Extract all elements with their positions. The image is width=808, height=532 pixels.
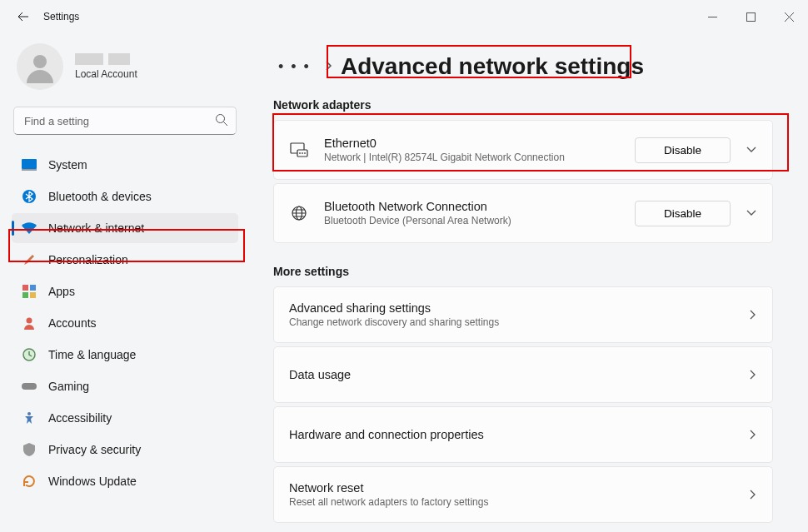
chevron-right-icon: [749, 489, 757, 500]
search-icon: [215, 113, 228, 130]
wifi-icon: [22, 221, 37, 236]
settings-row[interactable]: Data usage: [274, 347, 772, 402]
row-title: Network reset: [289, 481, 734, 495]
svg-rect-12: [22, 383, 37, 390]
row-title: Data usage: [289, 368, 734, 381]
minimize-button[interactable]: [693, 0, 731, 33]
adapter-title: Bluetooth Network Connection: [324, 200, 620, 213]
window-controls: [693, 0, 808, 33]
chevron-down-icon[interactable]: [746, 146, 757, 154]
sidebar-item-label: Windows Update: [48, 475, 137, 488]
search-box[interactable]: [13, 107, 237, 135]
adapter-title: Ethernet0: [324, 137, 620, 150]
settings-row[interactable]: Hardware and connection properties: [274, 407, 772, 462]
adapter-row[interactable]: Bluetooth Network Connection Bluetooth D…: [274, 184, 772, 242]
shield-icon: [22, 442, 37, 457]
window-title: Settings: [43, 11, 79, 22]
section-more-label: More settings: [273, 265, 773, 278]
system-icon: [22, 157, 37, 172]
ethernet-icon: [289, 142, 309, 157]
profile-block[interactable]: Local Account: [12, 33, 238, 107]
brush-icon: [22, 252, 37, 267]
row-subtitle: Change network discovery and sharing set…: [289, 316, 734, 328]
more-card-reset: Network reset Reset all network adapters…: [273, 466, 773, 523]
avatar: [17, 43, 63, 90]
bluetooth-icon: [22, 189, 37, 204]
sidebar: Local Account System Bluetooth & devices…: [0, 33, 250, 532]
breadcrumb-ellipsis[interactable]: • • •: [273, 58, 316, 76]
sidebar-nav: System Bluetooth & devices Network & int…: [12, 150, 238, 496]
settings-row[interactable]: Network reset Reset all network adapters…: [274, 467, 772, 522]
account-type: Local Account: [75, 68, 137, 80]
disable-button[interactable]: Disable: [635, 137, 731, 163]
adapter-row[interactable]: Ethernet0 Network | Intel(R) 82574L Giga…: [274, 121, 772, 179]
sidebar-item-update[interactable]: Windows Update: [12, 466, 238, 496]
close-button[interactable]: [770, 0, 808, 33]
svg-rect-6: [22, 285, 28, 291]
svg-point-13: [27, 412, 31, 415]
chevron-right-icon: [749, 429, 757, 440]
svg-point-1: [33, 55, 47, 68]
svg-rect-0: [746, 12, 755, 21]
disable-button[interactable]: Disable: [635, 201, 731, 226]
more-card-data-usage: Data usage: [273, 346, 773, 403]
sidebar-item-apps[interactable]: Apps: [12, 276, 238, 306]
svg-point-10: [27, 318, 32, 324]
more-card-sharing: Advanced sharing settings Change network…: [273, 286, 773, 343]
close-icon: [785, 12, 794, 22]
adapter-card-bluetooth: Bluetooth Network Connection Bluetooth D…: [273, 183, 773, 243]
sidebar-item-label: Time & language: [48, 348, 136, 361]
svg-rect-9: [30, 292, 36, 298]
titlebar: Settings: [0, 0, 808, 33]
maximize-button[interactable]: [731, 0, 770, 33]
section-adapters-label: Network adapters: [273, 98, 773, 112]
svg-rect-8: [22, 292, 28, 298]
sidebar-item-label: Privacy & security: [48, 443, 141, 456]
sidebar-item-label: Personalization: [48, 253, 128, 266]
adapter-subtitle: Bluetooth Device (Personal Area Network): [324, 215, 620, 226]
sidebar-item-accessibility[interactable]: Accessibility: [12, 403, 238, 433]
chevron-down-icon[interactable]: [746, 209, 757, 217]
sidebar-item-label: Accessibility: [48, 411, 112, 425]
sidebar-item-label: System: [48, 158, 87, 172]
minimize-icon: [708, 12, 717, 22]
sidebar-item-label: Apps: [48, 285, 75, 298]
settings-row[interactable]: Advanced sharing settings Change network…: [274, 287, 772, 342]
redacted-name: [75, 53, 137, 65]
search-input[interactable]: [13, 107, 237, 135]
content-area: • • • Advanced network settings Network …: [250, 33, 808, 532]
sidebar-item-gaming[interactable]: Gaming: [12, 371, 238, 401]
chevron-right-icon: [749, 309, 757, 321]
adapter-card-ethernet: Ethernet0 Network | Intel(R) 82574L Giga…: [273, 120, 773, 180]
breadcrumb: • • • Advanced network settings: [273, 33, 773, 95]
gamepad-icon: [22, 379, 37, 394]
apps-icon: [22, 284, 37, 299]
sidebar-item-accounts[interactable]: Accounts: [12, 308, 238, 338]
sidebar-item-label: Gaming: [48, 380, 89, 393]
person-icon: [22, 316, 37, 331]
sidebar-item-personalization[interactable]: Personalization: [12, 245, 238, 275]
sidebar-item-label: Accounts: [48, 316, 97, 330]
update-icon: [22, 474, 37, 489]
chevron-right-icon: [749, 369, 757, 380]
profile-text: Local Account: [75, 53, 137, 80]
row-title: Hardware and connection properties: [289, 428, 734, 441]
svg-point-2: [217, 115, 225, 123]
globe-icon: [289, 205, 309, 221]
row-title: Advanced sharing settings: [289, 301, 734, 315]
sidebar-item-network[interactable]: Network & internet: [12, 213, 238, 243]
page-title: Advanced network settings: [341, 53, 644, 80]
sidebar-item-time[interactable]: Time & language: [12, 340, 238, 370]
sidebar-item-system[interactable]: System: [12, 150, 238, 180]
svg-rect-3: [22, 159, 37, 169]
arrow-left-icon: [17, 10, 30, 23]
accessibility-icon: [22, 410, 37, 425]
adapter-subtitle: Network | Intel(R) 82574L Gigabit Networ…: [324, 152, 620, 163]
row-subtitle: Reset all network adapters to factory se…: [289, 496, 734, 508]
svg-rect-4: [22, 169, 37, 171]
sidebar-item-bluetooth[interactable]: Bluetooth & devices: [12, 181, 238, 211]
sidebar-item-privacy[interactable]: Privacy & security: [12, 435, 238, 465]
back-button[interactable]: [7, 0, 40, 33]
sidebar-item-label: Network & internet: [48, 221, 144, 235]
svg-rect-7: [30, 285, 36, 291]
